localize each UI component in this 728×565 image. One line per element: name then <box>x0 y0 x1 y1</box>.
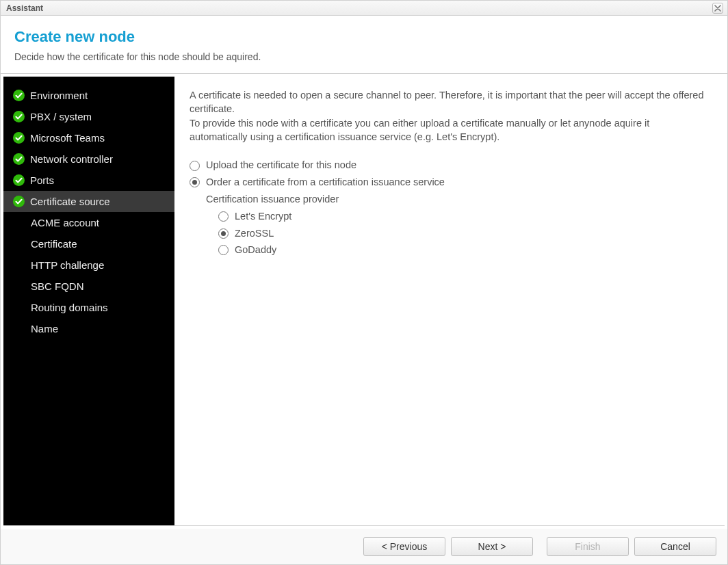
sidebar-step-8[interactable]: HTTP challenge <box>3 254 174 276</box>
sidebar-step-label: ACME account <box>31 217 99 228</box>
check-icon <box>13 90 25 101</box>
provider-option-0-label: Let's Encrypt <box>235 210 291 224</box>
provider-section-label: Certification issuance provider <box>206 193 710 207</box>
wizard-sidebar: EnvironmentPBX / systemMicrosoft TeamsNe… <box>3 77 174 525</box>
source-option-1-label: Order a certificate from a certification… <box>206 176 445 189</box>
next-button[interactable]: Next > <box>451 537 533 556</box>
cancel-button[interactable]: Cancel <box>634 537 716 556</box>
sidebar-step-label: Routing domains <box>31 302 108 313</box>
sidebar-step-10[interactable]: Routing domains <box>3 297 174 318</box>
provider-option-0[interactable]: Let's Encrypt <box>218 210 710 224</box>
page-subtitle: Decide how the certificate for this node… <box>14 51 714 62</box>
radio-icon <box>218 211 229 222</box>
provider-option-1-label: ZeroSSL <box>235 227 274 241</box>
sidebar-step-label: Ports <box>30 174 54 186</box>
certificate-source-group: Upload the certificate for this nodeOrde… <box>190 159 710 257</box>
sidebar-step-0[interactable]: Environment <box>3 85 174 106</box>
sidebar-step-4[interactable]: Ports <box>3 170 174 191</box>
sidebar-step-label: PBX / system <box>30 111 92 122</box>
wizard-body: EnvironmentPBX / systemMicrosoft TeamsNe… <box>3 77 725 526</box>
svg-point-2 <box>13 132 25 144</box>
wizard-footer: < Previous Next > Finish Cancel <box>1 529 727 564</box>
sidebar-step-3[interactable]: Network controller <box>3 148 174 170</box>
previous-button[interactable]: < Previous <box>363 537 445 556</box>
intro-line-2: To provide this node with a certificate … <box>190 117 710 144</box>
check-icon <box>13 153 25 165</box>
sidebar-step-6[interactable]: ACME account <box>3 212 174 233</box>
svg-point-5 <box>13 196 25 207</box>
radio-icon <box>218 228 229 239</box>
wizard-header: Create new node Decide how the certifica… <box>1 16 727 74</box>
sidebar-step-label: SBC FQDN <box>31 280 84 292</box>
sidebar-step-9[interactable]: SBC FQDN <box>3 276 174 297</box>
sidebar-step-1[interactable]: PBX / system <box>3 106 174 127</box>
finish-button[interactable]: Finish <box>547 537 629 556</box>
sidebar-step-7[interactable]: Certificate <box>3 233 174 254</box>
intro-line-1: A certificate is needed to open a secure… <box>190 89 710 116</box>
sidebar-step-label: HTTP challenge <box>31 259 104 271</box>
action-button-group: Finish Cancel <box>547 537 716 556</box>
intro-text: A certificate is needed to open a secure… <box>190 89 710 144</box>
radio-icon <box>218 245 229 255</box>
sidebar-step-label: Microsoft Teams <box>30 132 105 144</box>
source-option-1[interactable]: Order a certificate from a certification… <box>190 176 710 189</box>
svg-point-3 <box>13 153 25 165</box>
nav-button-group: < Previous Next > <box>363 537 533 556</box>
provider-option-2-label: GoDaddy <box>235 244 276 257</box>
check-icon <box>13 174 25 186</box>
svg-point-1 <box>13 111 25 122</box>
close-button[interactable] <box>712 3 723 14</box>
provider-option-1[interactable]: ZeroSSL <box>218 227 710 241</box>
sidebar-step-label: Network controller <box>30 153 113 165</box>
page-title: Create new node <box>14 28 714 46</box>
source-option-0[interactable]: Upload the certificate for this node <box>190 159 710 172</box>
check-icon <box>13 132 25 144</box>
svg-point-4 <box>13 174 25 186</box>
close-icon <box>714 3 721 14</box>
check-icon <box>13 196 25 207</box>
radio-icon <box>190 177 200 187</box>
titlebar: Assistant <box>1 1 727 16</box>
sidebar-step-11[interactable]: Name <box>3 318 174 339</box>
wizard-content: A certificate is needed to open a secure… <box>174 77 725 525</box>
provider-option-2[interactable]: GoDaddy <box>218 244 710 257</box>
sidebar-step-label: Certificate <box>31 238 77 250</box>
sidebar-step-label: Environment <box>30 90 88 101</box>
sidebar-step-label: Name <box>31 323 58 334</box>
source-option-0-label: Upload the certificate for this node <box>206 159 356 172</box>
svg-point-0 <box>13 90 25 101</box>
sidebar-step-label: Certificate source <box>30 196 110 207</box>
check-icon <box>13 111 25 122</box>
window-title: Assistant <box>6 3 43 13</box>
radio-icon <box>190 161 200 171</box>
sidebar-step-2[interactable]: Microsoft Teams <box>3 127 174 148</box>
assistant-window: Assistant Create new node Decide how the… <box>0 0 728 565</box>
sidebar-step-5[interactable]: Certificate source <box>3 191 174 212</box>
